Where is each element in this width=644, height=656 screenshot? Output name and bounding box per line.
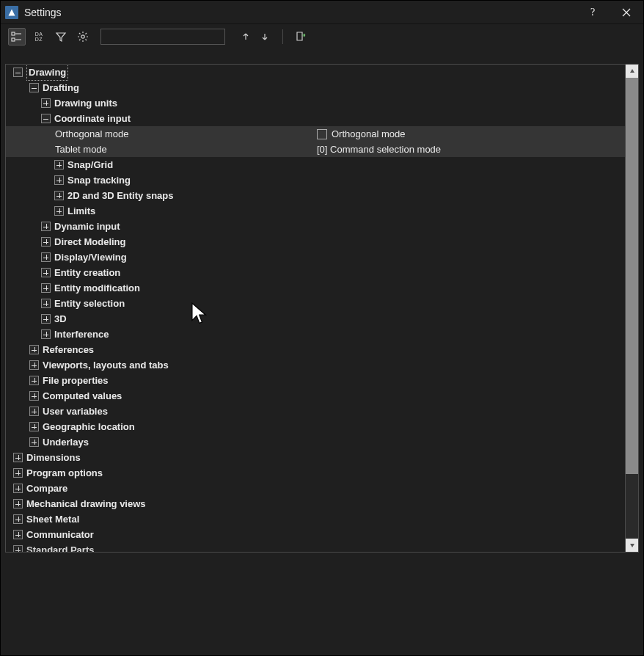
collapse-icon[interactable] [41,114,51,123]
expand-icon[interactable] [41,268,51,277]
expand-icon[interactable] [29,422,39,431]
tree-node-dynamic-input[interactable]: Dynamic input [6,219,625,234]
sort-button[interactable]: DADZ [30,28,48,45]
scroll-up-button[interactable] [626,65,638,78]
tree-node-coordinate-input[interactable]: Coordinate input [6,111,625,126]
expand-icon[interactable] [29,437,39,447]
tree-node-drawing-units[interactable]: Drawing units [6,95,625,111]
expand-icon[interactable] [13,514,23,524]
expand-icon[interactable] [41,237,51,247]
tree-node-user-variables[interactable]: User variables [6,404,625,419]
next-result-button[interactable] [256,28,274,45]
tree-node-entity-selection[interactable]: Entity selection [6,296,625,311]
tree-node-viewports[interactable]: Viewports, layouts and tabs [6,357,625,373]
close-button[interactable] [610,1,643,24]
prev-result-button[interactable] [237,28,255,45]
toolbar-separator [282,29,283,44]
prop-row-orthogonal-mode[interactable]: Orthogonal mode Orthogonal mode [6,126,625,142]
settings-tree-panel: Drawing Drafting Drawing units Coordinat… [5,64,639,553]
expand-icon[interactable] [41,283,51,293]
tree-node-file-properties[interactable]: File properties [6,373,625,388]
tree-node-snap-tracking[interactable]: Snap tracking [6,172,625,188]
filter-button[interactable] [52,28,70,45]
prop-value-text: Orthogonal mode [332,126,405,142]
tree-node-drafting[interactable]: Drafting [6,80,625,95]
tree-node-communicator[interactable]: Communicator [6,527,625,542]
expand-icon[interactable] [41,299,51,308]
window-title: Settings [24,7,62,18]
expand-icon[interactable] [54,206,64,216]
expand-icon[interactable] [41,222,51,231]
expand-icon[interactable] [41,314,51,324]
tree-node-underlays[interactable]: Underlays [6,434,625,450]
tree-node-display-viewing[interactable]: Display/Viewing [6,249,625,265]
expand-icon[interactable] [54,191,64,200]
tree-node-dimensions[interactable]: Dimensions [6,450,625,465]
tree-node-snap-grid[interactable]: Snap/Grid [6,157,625,172]
expand-icon[interactable] [13,468,23,478]
settings-gear-button[interactable] [74,28,92,45]
expand-icon[interactable] [29,407,39,416]
tree-node-references[interactable]: References [6,342,625,357]
expand-icon[interactable] [41,98,51,108]
tree-node-computed-values[interactable]: Computed values [6,388,625,404]
tree-node-program-options[interactable]: Program options [6,465,625,481]
search-input[interactable] [100,29,225,45]
tree-node-geographic-location[interactable]: Geographic location [6,419,625,434]
title-bar: Settings ? [1,1,643,24]
tree-node-standard-parts[interactable]: Standard Parts [6,542,625,552]
export-button[interactable] [292,28,310,45]
collapse-icon[interactable] [29,83,39,92]
tree-node-sheet-metal[interactable]: Sheet Metal [6,511,625,527]
tree-node-entity-snaps[interactable]: 2D and 3D Entity snaps [6,188,625,203]
expand-icon[interactable] [13,499,23,509]
expand-icon[interactable] [13,545,23,552]
expand-icon[interactable] [54,175,64,185]
tree-node-3d[interactable]: 3D [6,311,625,327]
expand-icon[interactable] [29,360,39,370]
expand-icon[interactable] [29,345,39,354]
app-icon [5,6,18,19]
tree-node-entity-creation[interactable]: Entity creation [6,265,625,280]
tree-node-limits[interactable]: Limits [6,203,625,219]
settings-tree[interactable]: Drawing Drafting Drawing units Coordinat… [6,65,625,552]
scroll-track[interactable] [626,78,638,539]
help-button[interactable]: ? [576,1,610,24]
prop-name: Orthogonal mode [6,126,317,142]
expand-icon[interactable] [13,530,23,539]
tree-node-direct-modeling[interactable]: Direct Modeling [6,234,625,249]
svg-point-6 [81,35,84,38]
expand-icon[interactable] [29,376,39,385]
svg-rect-3 [12,38,15,41]
expand-icon[interactable] [13,484,23,493]
expand-icon[interactable] [54,160,64,170]
vertical-scrollbar[interactable] [625,65,638,552]
orthogonal-mode-checkbox[interactable] [317,129,327,139]
prop-value-text: [0] Command selection mode [317,142,441,157]
tree-node-drawing[interactable]: Drawing [6,65,625,80]
expand-icon[interactable] [41,329,51,339]
svg-rect-2 [12,32,15,35]
toolbar: DADZ [1,24,643,49]
collapse-icon[interactable] [13,68,23,77]
prop-name: Tablet mode [6,142,317,157]
expand-icon[interactable] [29,391,39,401]
tree-node-entity-modification[interactable]: Entity modification [6,280,625,296]
scroll-thumb[interactable] [626,78,638,474]
view-tree-button[interactable] [8,28,26,45]
tree-node-interference[interactable]: Interference [6,327,625,342]
expand-icon[interactable] [13,453,23,462]
prop-row-tablet-mode[interactable]: Tablet mode [0] Command selection mode [6,142,625,157]
expand-icon[interactable] [41,252,51,262]
tree-node-mechanical-drawing-views[interactable]: Mechanical drawing views [6,496,625,511]
tree-node-compare[interactable]: Compare [6,481,625,496]
scroll-down-button[interactable] [626,539,638,552]
